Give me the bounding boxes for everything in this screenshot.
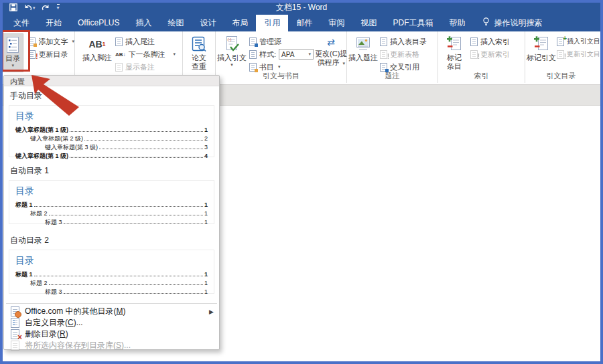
insert-table-of-figures-icon [380,37,387,46]
paper-check-button[interactable]: 论文 查重 [191,33,207,71]
insert-caption-button[interactable]: 插入题注 [348,33,378,62]
insert-citation-icon: (-) [224,35,240,54]
mark-entry-icon [446,35,462,54]
remove-toc-icon [11,329,19,339]
swap-arrows-icon: ⇄ [327,35,335,50]
insert-citation-button[interactable]: (-) 插入引文 ▾ [217,33,247,68]
menu-item-save-selection-to-gallery: 将所选内容保存到目录库(S)... [4,340,219,351]
ribbon-group-captions: 插入题注 插入表目录 更新表格 交叉引用 题注 [347,31,438,83]
mark-citation-button[interactable]: 标记引文 [527,33,556,62]
next-footnote-icon: AB↓ [115,52,126,58]
update-table-icon [380,50,387,59]
tab-view[interactable]: 视图 [352,15,385,31]
insert-index-button[interactable]: 插入索引 [470,35,510,48]
mark-citation-icon [533,35,549,54]
tab-references[interactable]: 引用 [256,15,288,31]
chevron-down-icon: ▾ [230,62,233,68]
tab-officeplus[interactable]: OfficePLUS [70,15,127,31]
ribbon-group-toa: 标记引文 插入引文目录 更新引文目录 引文目录 [525,31,597,83]
update-index-button: 更新索引 [470,48,510,60]
update-toa-icon [557,50,564,59]
custom-toc-icon [11,318,19,328]
show-notes-icon [115,63,123,72]
tab-layout[interactable]: 布局 [224,15,256,31]
svg-text:(-): (-) [228,37,232,41]
change-provider-button[interactable]: ⇄ 更改(C)提 供程序 ▾ [315,33,347,68]
cross-reference-icon [380,63,387,72]
word-window: ▾ ▾ 文档15 - Word 文件 开始 OfficePLUS 插入 绘图 设… [0,0,603,364]
style-icon [249,50,257,59]
gallery-item-auto-toc-1[interactable]: 目录 标题 11 标题 21 标题 31 [9,180,214,224]
chevron-down-icon: ▾ [278,64,281,70]
toc-preview-title: 目录 [15,185,208,197]
tab-insert[interactable]: 插入 [127,15,159,31]
dot-leader [34,206,203,207]
insert-toa-icon [557,37,564,46]
insert-index-icon [470,37,478,46]
menu-item-remove-toc[interactable]: 删除目录(R) [4,329,219,340]
ribbon-group-citations: (-) 插入引文 ▾ 管理源 样式: APA ▾ [216,31,347,83]
group-label-toa: 引文目录 [525,71,597,81]
gallery-label-auto-toc-2: 自动目录 2 [10,235,212,246]
dot-leader [64,223,203,224]
bibliography-icon [249,63,257,72]
update-index-icon [470,50,478,59]
chevron-down-icon: ▾ [342,61,345,66]
manage-sources-button[interactable]: 管理源 [249,35,314,48]
mark-entry-button[interactable]: 标记 条目 [441,33,468,71]
tab-mailings[interactable]: 邮件 [288,15,320,31]
footnote-ab1-icon: AB1 [88,35,105,54]
update-toc-button[interactable]: 更新目录 [28,48,74,60]
tab-review[interactable]: 审阅 [320,15,352,31]
dot-leader [49,284,203,285]
manage-sources-icon [249,37,257,46]
save-to-gallery-icon [11,341,19,351]
next-footnote-button[interactable]: AB↓ 下一条脚注 ▾ [115,48,176,60]
menu-item-custom-toc[interactable]: 自定义目录(C)... [4,317,219,329]
dot-leader [70,131,203,132]
style-picker: 样式: APA ▾ [249,48,314,60]
insert-footnote-button[interactable]: AB1 插入脚注 [82,33,113,62]
annotation-arrow [29,74,83,116]
tab-file[interactable]: 文件 [5,15,38,31]
dot-leader [70,157,203,158]
add-text-button[interactable]: 添加文字 ▾ [28,35,74,48]
insert-endnote-button[interactable]: 插入尾注 [115,35,176,48]
gallery-label-auto-toc-1: 自动目录 1 [10,165,212,177]
insert-caption-icon [355,35,371,54]
chevron-down-icon: ▾ [72,39,74,44]
update-toa-button: 更新引文目录 [557,48,603,60]
group-label-captions: 题注 [347,71,438,81]
tab-design[interactable]: 设计 [192,15,224,31]
menu-item-more-toc-from-office[interactable]: Office.com 中的其他目录(M) ▶ [4,306,219,317]
chevron-down-icon: ▾ [174,52,176,57]
group-label-index: 索引 [438,71,525,81]
gallery-item-auto-toc-2[interactable]: 目录 标题 11 标题 21 标题 31 [9,250,214,294]
annotation-highlight-box [1,30,30,72]
ribbon-group-index: 标记 条目 插入索引 更新索引 索引 [438,31,525,83]
style-combobox[interactable]: APA ▾ [279,49,314,60]
ribbon-tab-bar: 文件 开始 OfficePLUS 插入 绘图 设计 布局 引用 邮件 审阅 视图… [0,15,603,31]
insert-toa-button[interactable]: 插入引文目录 [557,35,603,48]
group-label-citations: 引文与书目 [216,71,346,81]
chevron-down-icon: ▾ [309,52,312,57]
titlebar: ▾ ▾ 文档15 - Word [0,0,603,15]
show-notes-button: 显示备注 [115,61,176,73]
tab-home[interactable]: 开始 [38,15,70,31]
tab-pdf-toolbox[interactable]: PDF工具箱 [385,15,441,31]
tab-help[interactable]: 帮助 [441,15,473,31]
window-title: 文档15 - Word [0,2,603,13]
toc-preview-title: 目录 [15,255,208,267]
dot-leader [34,276,203,276]
lightbulb-icon [482,17,490,29]
update-table-button: 更新表格 [380,48,427,60]
tab-draw[interactable]: 绘图 [159,15,192,31]
dot-leader [84,140,203,141]
insert-table-of-figures-button[interactable]: 插入表目录 [380,35,427,48]
submenu-arrow-icon: ▶ [209,308,214,315]
dot-leader [64,293,203,294]
menu-separator [6,303,217,304]
dot-leader [99,149,203,149]
tell-me-search[interactable]: 操作说明搜索 [482,15,542,31]
paper-check-icon [191,35,207,54]
